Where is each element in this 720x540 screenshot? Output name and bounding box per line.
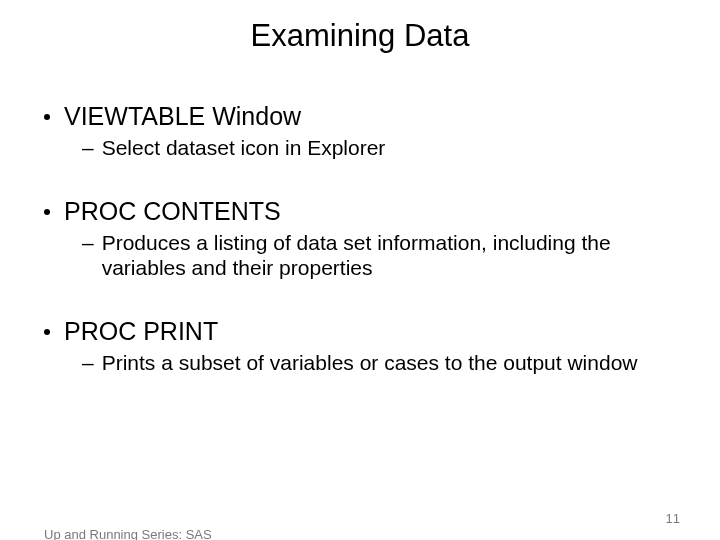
bullet-level2: – Prints a subset of variables or cases …: [82, 350, 676, 376]
bullet-level1: VIEWTABLE Window: [44, 102, 676, 131]
bullet-text: Select dataset icon in Explorer: [102, 135, 386, 161]
bullet-group: VIEWTABLE Window – Select dataset icon i…: [44, 102, 676, 161]
bullet-text: Produces a listing of data set informati…: [102, 230, 676, 281]
slide: Examining Data VIEWTABLE Window – Select…: [0, 18, 720, 540]
bullet-dot-icon: [44, 209, 50, 215]
bullet-group: PROC PRINT – Prints a subset of variable…: [44, 317, 676, 376]
bullet-text: Prints a subset of variables or cases to…: [102, 350, 638, 376]
bullet-level2: – Select dataset icon in Explorer: [82, 135, 676, 161]
bullet-level1: PROC PRINT: [44, 317, 676, 346]
bullet-dot-icon: [44, 114, 50, 120]
bullet-dash-icon: –: [82, 135, 94, 161]
footer-text: Up and Running Series: SAS: [44, 527, 212, 540]
bullet-text: PROC CONTENTS: [64, 197, 281, 226]
bullet-dot-icon: [44, 329, 50, 335]
bullet-group: PROC CONTENTS – Produces a listing of da…: [44, 197, 676, 281]
bullet-level2: – Produces a listing of data set informa…: [82, 230, 676, 281]
bullet-text: VIEWTABLE Window: [64, 102, 301, 131]
bullet-text: PROC PRINT: [64, 317, 218, 346]
bullet-dash-icon: –: [82, 230, 94, 256]
bullet-dash-icon: –: [82, 350, 94, 376]
slide-content: VIEWTABLE Window – Select dataset icon i…: [0, 102, 720, 375]
slide-title: Examining Data: [0, 18, 720, 54]
page-number: 11: [666, 511, 680, 526]
bullet-level1: PROC CONTENTS: [44, 197, 676, 226]
